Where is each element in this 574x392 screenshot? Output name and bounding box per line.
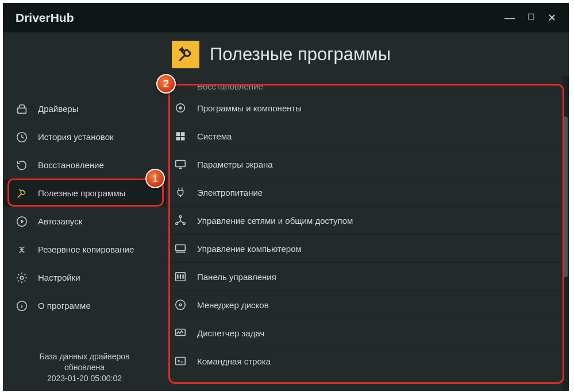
sidebar-item-label: Полезные программы (38, 188, 125, 198)
titlebar: DriverHub — ☐ ✕ (3, 3, 569, 33)
svg-point-12 (176, 300, 186, 310)
sidebar-item-restore[interactable]: Восстановление (3, 151, 166, 179)
info-icon (16, 300, 28, 312)
task-manager-icon (174, 327, 187, 339)
sidebar-item-tools[interactable]: Полезные программы (3, 179, 166, 207)
history-icon (16, 131, 28, 143)
tool-label: Диспетчер задач (197, 328, 264, 338)
restore-icon (16, 159, 28, 172)
backup-icon (16, 243, 28, 256)
programs-icon (174, 102, 187, 114)
db-status-line: База данных драйверов (3, 351, 166, 362)
sidebar-item-settings[interactable]: Настройки (3, 263, 166, 292)
sliders-icon (174, 270, 187, 283)
sidebar-item-backup[interactable]: Резервное копирование (3, 235, 166, 263)
sidebar-item-label: Автозапуск (38, 216, 82, 226)
tools-icon (172, 41, 199, 68)
svg-point-2 (20, 276, 24, 280)
tool-item-network[interactable]: Управление сетями и общим доступом (166, 206, 568, 234)
sidebar-item-drivers[interactable]: Драйверы (3, 95, 166, 123)
page-header: Полезные программы (3, 33, 569, 76)
tool-item-management[interactable]: Управление компьютером (166, 234, 568, 262)
tool-label: Восстановление (197, 81, 263, 91)
tool-label: Менеджер дисков (197, 300, 269, 310)
app-title: DriverHub (16, 11, 74, 25)
tool-item-system[interactable]: Система (166, 122, 568, 150)
tool-item-command-prompt[interactable]: Командная строка (166, 347, 568, 375)
svg-point-7 (179, 216, 182, 218)
tools-icon (16, 187, 28, 200)
close-button[interactable]: ✕ (548, 13, 556, 23)
scrollbar[interactable] (563, 76, 568, 391)
db-status-line: обновлена (3, 362, 166, 373)
db-status-timestamp: 2023-01-20 05:00:02 (3, 373, 166, 384)
minimize-button[interactable]: — (504, 13, 515, 23)
sidebar-item-label: Настройки (38, 273, 80, 282)
sidebar-item-label: История установок (38, 132, 114, 142)
tool-label: Управление компьютером (197, 244, 302, 254)
tool-label: Управление сетями и общим доступом (197, 216, 353, 226)
gear-icon (16, 271, 28, 284)
network-icon (174, 214, 187, 227)
computer-icon (174, 242, 187, 255)
tool-label: Панель управления (197, 272, 276, 282)
drivers-icon (16, 103, 28, 115)
page-title: Полезные программы (210, 44, 391, 65)
tools-panel: Восстановление Программы и компоненты Си… (166, 76, 569, 391)
window-controls: — ☐ ✕ (504, 13, 556, 23)
autostart-icon (16, 215, 28, 228)
windows-icon (174, 130, 187, 142)
sidebar-item-history[interactable]: История установок (3, 123, 166, 151)
display-icon (174, 158, 187, 170)
tool-item-power[interactable]: Электропитание (166, 178, 568, 206)
tool-label: Командная строка (197, 356, 271, 366)
tool-item-disk-manager[interactable]: Менеджер дисков (166, 290, 568, 319)
tool-label: Электропитание (197, 188, 263, 197)
terminal-icon (174, 355, 187, 367)
database-status: База данных драйверов обновлена 2023-01-… (3, 351, 166, 391)
sidebar-item-autostart[interactable]: Автозапуск (3, 207, 166, 235)
sidebar-item-about[interactable]: О программе (3, 292, 166, 320)
power-icon (174, 186, 187, 199)
app-window: DriverHub — ☐ ✕ Полезные программы Драйв… (3, 3, 569, 391)
svg-rect-10 (176, 245, 186, 251)
sidebar-item-label: Восстановление (38, 160, 104, 170)
tool-item-task-manager[interactable]: Диспетчер задач (166, 319, 568, 347)
scrollbar-thumb[interactable] (563, 117, 568, 277)
tool-item-programs[interactable]: Программы и компоненты (166, 94, 568, 122)
svg-rect-6 (176, 161, 186, 167)
tool-label: Параметры экрана (197, 160, 273, 169)
sidebar-item-label: Резервное копирование (38, 244, 134, 254)
sidebar: Драйверы История установок Восстановлени… (3, 76, 166, 391)
svg-point-13 (179, 304, 182, 306)
sidebar-item-label: Драйверы (38, 104, 79, 114)
maximize-button[interactable]: ☐ (527, 13, 535, 23)
tool-item-control-panel[interactable]: Панель управления (166, 262, 568, 290)
svg-point-5 (179, 107, 182, 109)
tool-item-restore[interactable]: Восстановление (166, 76, 568, 94)
tool-label: Система (197, 131, 232, 141)
tool-label: Программы и компоненты (197, 103, 302, 113)
disk-icon (174, 298, 187, 311)
svg-rect-15 (176, 358, 186, 365)
sidebar-item-label: О программе (38, 301, 91, 311)
tool-item-display[interactable]: Параметры экрана (166, 150, 568, 178)
